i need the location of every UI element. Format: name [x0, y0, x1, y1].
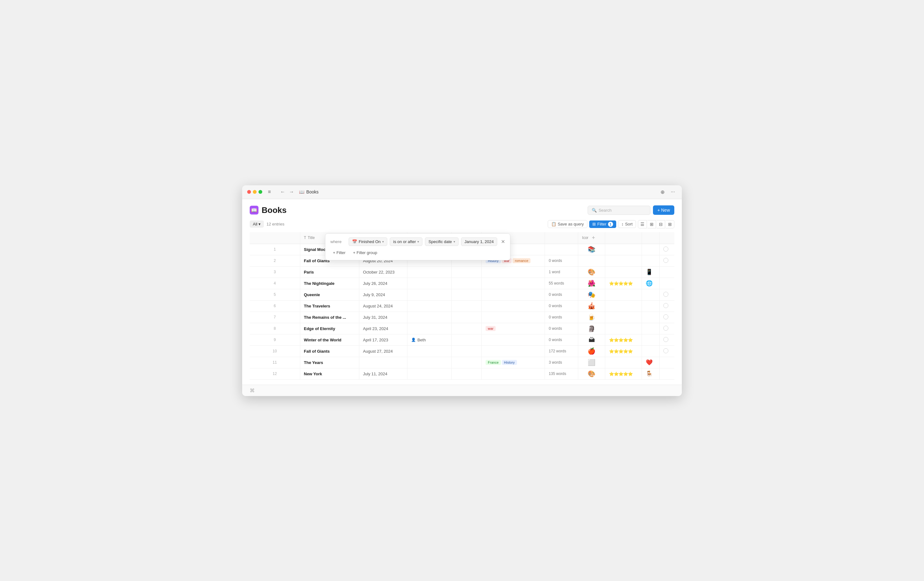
- hamburger-button[interactable]: ≡: [266, 188, 272, 195]
- row-radio[interactable]: [659, 345, 674, 357]
- col-header-words[interactable]: [545, 232, 578, 244]
- row-title[interactable]: New York: [300, 368, 359, 380]
- table-row[interactable]: 7The Remains of the ...July 31, 20240 wo…: [250, 312, 674, 323]
- filter-remove-button[interactable]: ✕: [501, 239, 505, 245]
- filter-condition-select[interactable]: is on or after ▾: [390, 238, 422, 246]
- settings-icon[interactable]: ⊕: [658, 188, 667, 196]
- row-description: [452, 300, 482, 312]
- row-radio[interactable]: [659, 300, 674, 312]
- radio-button[interactable]: [663, 246, 668, 252]
- row-radio[interactable]: [659, 289, 674, 300]
- radio-button[interactable]: [663, 314, 668, 319]
- row-words: 0 words: [545, 334, 578, 345]
- row-title[interactable]: The Years: [300, 357, 359, 368]
- row-tags: [482, 300, 545, 312]
- book-icon: 📚: [587, 246, 596, 253]
- row-finished-on: October 22, 2023: [359, 266, 407, 277]
- list-view-button[interactable]: ☰: [638, 220, 647, 228]
- row-title[interactable]: The Nightingale: [300, 277, 359, 289]
- radio-button[interactable]: [663, 292, 668, 297]
- row-finished-on: July 31, 2024: [359, 312, 407, 323]
- row-radio[interactable]: [659, 312, 674, 323]
- tag-badge[interactable]: romance: [513, 258, 530, 263]
- new-button[interactable]: + New: [653, 205, 674, 215]
- forward-button[interactable]: →: [288, 188, 295, 195]
- radio-button[interactable]: [663, 337, 668, 342]
- row-radio[interactable]: [659, 334, 674, 345]
- row-rating: ⭐⭐⭐⭐⭐: [605, 345, 642, 357]
- row-radio[interactable]: [659, 244, 674, 255]
- title-bar-icon: 📖: [299, 189, 304, 195]
- row-radio[interactable]: [659, 368, 674, 380]
- row-icon: 🎪: [578, 300, 605, 312]
- row-title[interactable]: Edge of Eternity: [300, 323, 359, 334]
- row-title[interactable]: The Travelers: [300, 300, 359, 312]
- radio-button[interactable]: [663, 326, 668, 331]
- filter-date-type-select[interactable]: Specific date ▾: [425, 238, 458, 246]
- row-title[interactable]: Paris: [300, 266, 359, 277]
- sort-button[interactable]: ↕ Sort: [618, 220, 636, 228]
- tag-badge[interactable]: France: [485, 360, 501, 365]
- fullscreen-button[interactable]: [259, 190, 262, 194]
- row-description: [452, 334, 482, 345]
- col-header-rating[interactable]: [605, 232, 642, 244]
- search-box[interactable]: 🔍 Search: [587, 206, 650, 215]
- radio-button[interactable]: [663, 303, 668, 308]
- filter-count-badge: 1: [608, 222, 613, 227]
- tag-badge[interactable]: History: [502, 360, 517, 365]
- row-rating: [605, 289, 642, 300]
- row-title[interactable]: Queenie: [300, 289, 359, 300]
- calendar-icon: 📅: [352, 239, 357, 244]
- row-title[interactable]: The Remains of the ...: [300, 312, 359, 323]
- add-filter-button[interactable]: + Filter: [330, 249, 348, 256]
- tag-badge[interactable]: war: [485, 326, 496, 331]
- table-row[interactable]: 5QueenieJuly 9, 20240 words🎭: [250, 289, 674, 300]
- radio-button[interactable]: [663, 258, 668, 263]
- table-row[interactable]: 10Fall of GiantsAugust 27, 2024172 words…: [250, 345, 674, 357]
- gallery-view-button[interactable]: ⊟: [657, 220, 665, 228]
- table-row[interactable]: 4The NightingaleJuly 26, 202455 words🌺⭐⭐…: [250, 277, 674, 289]
- chevron-down-icon: ▾: [454, 240, 455, 243]
- row-tags: FranceHistory: [482, 357, 545, 368]
- table-row[interactable]: 11The YearsFranceHistory3 words⬜❤️: [250, 357, 674, 368]
- table-row[interactable]: 9Winter of the WorldApril 17, 2023👤Beth0…: [250, 334, 674, 345]
- save-icon: 📋: [551, 222, 556, 226]
- minimize-button[interactable]: [253, 190, 257, 194]
- row-radio[interactable]: [659, 266, 674, 277]
- table-row[interactable]: 3ParisOctober 22, 20231 word🎨📱: [250, 266, 674, 277]
- save-as-query-button[interactable]: 📋 Save as query: [548, 220, 587, 228]
- table-row[interactable]: 12New YorkJuly 11, 2024135 words🎨⭐⭐⭐⭐⭐🪑: [250, 368, 674, 380]
- row-radio[interactable]: [659, 357, 674, 368]
- row-description: [452, 277, 482, 289]
- row-title[interactable]: Winter of the World: [300, 334, 359, 345]
- row-author: [407, 368, 451, 380]
- add-filter-group-button[interactable]: + Filter group: [350, 249, 380, 256]
- row-finished-on: July 26, 2024: [359, 277, 407, 289]
- search-placeholder: Search: [599, 208, 612, 213]
- row-description: [452, 266, 482, 277]
- col-header-extra[interactable]: [642, 232, 659, 244]
- add-column-button[interactable]: +: [590, 234, 597, 242]
- row-radio[interactable]: [659, 255, 674, 266]
- close-button[interactable]: [247, 190, 251, 194]
- col-header-icon[interactable]: Icor +: [578, 232, 605, 244]
- radio-button[interactable]: [663, 348, 668, 353]
- row-tags: [482, 334, 545, 345]
- row-icon: 🎭: [578, 289, 605, 300]
- back-button[interactable]: ←: [279, 188, 286, 195]
- row-radio[interactable]: [659, 323, 674, 334]
- title-bar: ≡ ← → 📖 Books ⊕ ···: [242, 185, 682, 199]
- book-icon: 🍺: [587, 314, 596, 321]
- all-filter-button[interactable]: All ▾: [250, 221, 264, 228]
- filter-button[interactable]: ⊞ Filter 1: [589, 221, 616, 228]
- table-row[interactable]: 6The TravelersAugust 24, 20240 words🎪: [250, 300, 674, 312]
- row-extra: 🌐: [642, 277, 659, 289]
- row-tags: [482, 266, 545, 277]
- grid-view-button[interactable]: ⊞: [648, 220, 656, 228]
- table-row[interactable]: 8Edge of EternityApril 23, 2024war0 word…: [250, 323, 674, 334]
- table-view-button[interactable]: ⊞: [666, 220, 674, 228]
- filter-field-select[interactable]: 📅 Finished On ▾: [349, 238, 387, 246]
- row-title[interactable]: Fall of Giants: [300, 345, 359, 357]
- row-radio[interactable]: [659, 277, 674, 289]
- more-options-icon[interactable]: ···: [669, 188, 677, 196]
